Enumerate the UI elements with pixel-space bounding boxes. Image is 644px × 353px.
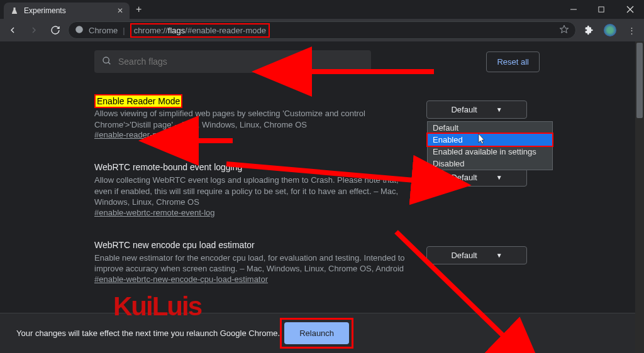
window-controls (559, 0, 644, 19)
flag-description: Allows viewing of simplified web pages b… (94, 108, 414, 130)
dropdown-value: Default (451, 173, 477, 182)
watermark: KuiLuis (113, 291, 201, 322)
svg-rect-1 (599, 6, 604, 11)
browser-tab[interactable]: Experiments ✕ (4, 3, 130, 19)
maximize-button[interactable] (587, 0, 616, 19)
scrollbar[interactable] (635, 41, 644, 353)
chrome-icon (75, 25, 84, 36)
flag-item: Enable Reader Mode Allows viewing of sim… (94, 94, 540, 139)
chevron-down-icon: ▼ (496, 174, 502, 181)
page-content: Reset all Enable Reader Mode Allows view… (0, 41, 644, 353)
search-input[interactable] (118, 57, 364, 67)
dropdown-value: Default (451, 251, 477, 260)
flag-dropdown[interactable]: Default ▼ Default Enabled Enabled availa… (426, 100, 527, 119)
url-prefix: Chrome (89, 26, 118, 35)
close-window-button[interactable] (616, 0, 644, 19)
relaunch-button[interactable]: Relaunch (284, 322, 349, 344)
chevron-down-icon: ▼ (496, 106, 502, 113)
browser-toolbar: Chrome | chrome://flags/#enable-reader-m… (0, 19, 644, 41)
flag-dropdown[interactable]: Default ▼ (426, 246, 527, 264)
dropdown-options-list: Default Enabled Enabled available in set… (427, 121, 553, 170)
flag-description: Enable new estimator for the encoder cpu… (94, 253, 414, 274)
tab-title: Experiments (24, 6, 66, 15)
dropdown-value: Default (451, 105, 477, 114)
flag-description: Allow collecting WebRTC event logs and u… (94, 175, 414, 208)
footer-message: Your changes will take effect the next t… (16, 329, 280, 338)
flask-icon (10, 6, 19, 15)
close-tab-icon[interactable]: ✕ (117, 6, 123, 15)
flag-anchor-link[interactable]: #enable-webrtc-remote-event-log (94, 208, 214, 217)
address-bar[interactable]: Chrome | chrome://flags/#enable-reader-m… (68, 21, 576, 39)
flag-anchor-link[interactable]: #enable-reader-mode (94, 130, 173, 139)
flag-item: WebRTC remote-bound event logging Allow … (94, 162, 540, 217)
search-flags-field[interactable] (94, 50, 371, 73)
flag-title: WebRTC new encode cpu load estimator (94, 240, 414, 250)
title-bar: Experiments ✕ + (0, 0, 644, 19)
menu-button[interactable]: ⋮ (623, 21, 640, 39)
flag-title: Enable Reader Mode (94, 94, 182, 108)
dropdown-option[interactable]: Enabled available in settings (428, 146, 552, 158)
relaunch-footer: Your changes will take effect the next t… (0, 313, 635, 353)
profile-avatar[interactable] (601, 21, 619, 39)
url-text: chrome://flags/#enable-reader-mode (130, 23, 270, 38)
flag-title: WebRTC remote-bound event logging (94, 162, 414, 172)
svg-point-5 (103, 57, 109, 63)
back-button[interactable] (4, 21, 21, 39)
dropdown-option[interactable]: Disabled (428, 158, 552, 170)
extensions-icon[interactable] (580, 21, 597, 39)
flag-item: WebRTC new encode cpu load estimator Ena… (94, 240, 540, 284)
new-tab-button[interactable]: + (130, 0, 148, 19)
url-actions (559, 24, 569, 36)
reload-button[interactable] (47, 21, 64, 39)
minimize-button[interactable] (559, 0, 587, 19)
svg-line-6 (108, 62, 110, 64)
search-icon (102, 56, 112, 68)
relaunch-highlight: Relaunch (280, 318, 353, 349)
star-icon[interactable] (559, 24, 569, 36)
reset-all-button[interactable]: Reset all (486, 52, 540, 72)
forward-button[interactable] (25, 21, 43, 39)
chevron-down-icon: ▼ (496, 252, 502, 259)
flag-dropdown[interactable]: Default ▼ (426, 168, 527, 187)
flag-anchor-link[interactable]: #enable-webrtc-new-encode-cpu-load-estim… (94, 274, 268, 284)
dropdown-option-selected[interactable]: Enabled (426, 133, 553, 147)
svg-point-4 (75, 26, 83, 33)
